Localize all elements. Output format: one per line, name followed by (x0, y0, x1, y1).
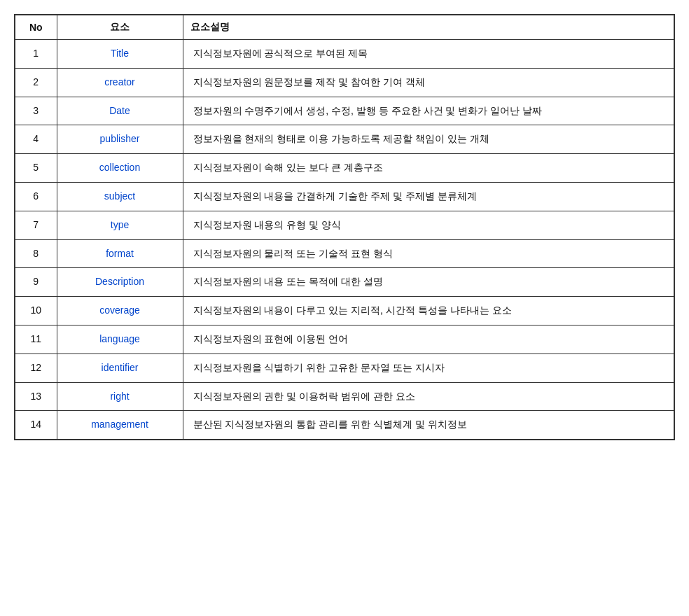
cell-description: 지식정보자원이 속해 있는 보다 큰 계층구조 (183, 154, 674, 183)
cell-element: creator (57, 68, 183, 97)
header-description: 요소설명 (183, 15, 674, 40)
cell-element: language (57, 325, 183, 354)
header-element: 요소 (57, 15, 183, 40)
cell-description: 지식정보자원에 공식적으로 부여된 제목 (183, 40, 674, 69)
element-name-label: management (91, 419, 148, 430)
table-row: 1Title지식정보자원에 공식적으로 부여된 제목 (15, 40, 674, 69)
cell-element: identifier (57, 354, 183, 382)
cell-element: management (57, 411, 183, 440)
element-name-label: Title (111, 48, 129, 59)
table-row: 9Description지식정보자원의 내용 또는 목적에 대한 설명 (15, 268, 674, 297)
element-name-label: type (111, 219, 129, 230)
cell-element: coverage (57, 297, 183, 326)
cell-description: 지식정보자원의 원문정보를 제작 및 참여한 기여 객체 (183, 68, 674, 97)
table-header-row: No 요소 요소설명 (15, 15, 674, 40)
cell-no: 11 (15, 325, 57, 354)
table-row: 7type지식정보자원 내용의 유형 및 양식 (15, 211, 674, 239)
table-row: 10coverage지식정보자원의 내용이 다루고 있는 지리적, 시간적 특성… (15, 297, 674, 326)
cell-description: 지식정보자원 내용의 유형 및 양식 (183, 211, 674, 239)
element-name-label: Description (95, 276, 144, 287)
cell-description: 지식정보자원의 물리적 또는 기술적 표현 형식 (183, 239, 674, 268)
cell-no: 1 (15, 40, 57, 69)
header-no: No (15, 15, 57, 40)
cell-no: 7 (15, 211, 57, 239)
cell-description: 지식정보자원을 식별하기 위한 고유한 문자열 또는 지시자 (183, 354, 674, 382)
cell-no: 10 (15, 297, 57, 326)
element-name-label: collection (99, 162, 140, 173)
element-name-label: publisher (100, 133, 140, 144)
table-row: 14management분산된 지식정보자원의 통합 관리를 위한 식별체계 및… (15, 411, 674, 440)
cell-element: Description (57, 268, 183, 297)
table-row: 12identifier지식정보자원을 식별하기 위한 고유한 문자열 또는 지… (15, 354, 674, 382)
cell-no: 13 (15, 382, 57, 411)
cell-no: 9 (15, 268, 57, 297)
table-row: 13right지식정보자원의 권한 및 이용허락 범위에 관한 요소 (15, 382, 674, 411)
cell-no: 6 (15, 182, 57, 211)
cell-no: 4 (15, 125, 57, 154)
element-name-label: Date (109, 105, 130, 116)
cell-no: 14 (15, 411, 57, 440)
cell-element: format (57, 239, 183, 268)
main-container: No 요소 요소설명 1Title지식정보자원에 공식적으로 부여된 제목2cr… (14, 14, 675, 440)
cell-element: right (57, 382, 183, 411)
table-row: 2creator지식정보자원의 원문정보를 제작 및 참여한 기여 객체 (15, 68, 674, 97)
table-row: 5collection지식정보자원이 속해 있는 보다 큰 계층구조 (15, 154, 674, 183)
elements-table: No 요소 요소설명 1Title지식정보자원에 공식적으로 부여된 제목2cr… (14, 14, 675, 440)
cell-description: 정보자원의 수명주기에서 생성, 수정, 발행 등 주요한 사건 및 변화가 일… (183, 97, 674, 125)
cell-element: Date (57, 97, 183, 125)
element-name-label: identifier (102, 362, 139, 373)
cell-element: publisher (57, 125, 183, 154)
cell-no: 3 (15, 97, 57, 125)
element-name-label: subject (104, 190, 135, 202)
cell-description: 지식정보자원의 내용 또는 목적에 대한 설명 (183, 268, 674, 297)
table-row: 8format지식정보자원의 물리적 또는 기술적 표현 형식 (15, 239, 674, 268)
cell-description: 지식정보자원의 권한 및 이용허락 범위에 관한 요소 (183, 382, 674, 411)
table-row: 6subject지식정보자원의 내용을 간결하게 기술한 주제 및 주제별 분류… (15, 182, 674, 211)
element-name-label: creator (104, 76, 135, 88)
cell-description: 분산된 지식정보자원의 통합 관리를 위한 식별체계 및 위치정보 (183, 411, 674, 440)
table-row: 3Date정보자원의 수명주기에서 생성, 수정, 발행 등 주요한 사건 및 … (15, 97, 674, 125)
element-name-label: language (99, 333, 140, 344)
cell-no: 2 (15, 68, 57, 97)
cell-description: 지식정보자원의 내용을 간결하게 기술한 주제 및 주제별 분류체계 (183, 182, 674, 211)
cell-element: type (57, 211, 183, 239)
element-name-label: right (110, 391, 129, 402)
cell-description: 지식정보자원의 표현에 이용된 언어 (183, 325, 674, 354)
cell-description: 정보자원을 현재의 형태로 이용 가능하도록 제공할 책임이 있는 개체 (183, 125, 674, 154)
element-name-label: coverage (99, 304, 140, 316)
cell-no: 5 (15, 154, 57, 183)
table-row: 11language지식정보자원의 표현에 이용된 언어 (15, 325, 674, 354)
element-name-label: format (106, 248, 134, 259)
cell-element: collection (57, 154, 183, 183)
cell-no: 12 (15, 354, 57, 382)
cell-element: subject (57, 182, 183, 211)
cell-no: 8 (15, 239, 57, 268)
table-row: 4publisher정보자원을 현재의 형태로 이용 가능하도록 제공할 책임이… (15, 125, 674, 154)
cell-element: Title (57, 40, 183, 69)
cell-description: 지식정보자원의 내용이 다루고 있는 지리적, 시간적 특성을 나타내는 요소 (183, 297, 674, 326)
